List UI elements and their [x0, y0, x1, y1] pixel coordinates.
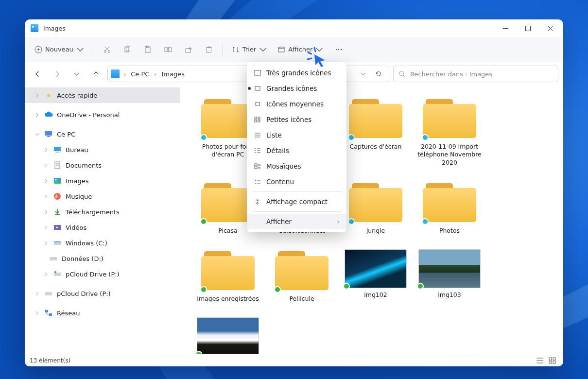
tiles-icon — [254, 162, 261, 170]
svg-rect-45 — [50, 257, 57, 260]
image-item[interactable]: img104 — [191, 314, 265, 354]
selected-bullet-icon — [248, 87, 251, 90]
menu-separator — [252, 191, 342, 192]
desktop-icon — [53, 145, 62, 154]
video-icon — [53, 223, 62, 232]
chevron-right-icon — [34, 92, 40, 99]
new-button[interactable]: Nouveau — [30, 41, 89, 58]
share-button[interactable] — [179, 41, 198, 58]
navigation-tree: ★ Accès rapide OneDrive - Personal Ce PC… — [25, 86, 180, 354]
image-item[interactable]: img103 — [413, 246, 486, 303]
tree-drive-p[interactable]: pCloud Drive (P:) — [25, 266, 180, 282]
content-area[interactable]: Photos pour fond d'écran PC Captures d'é… — [180, 86, 563, 354]
tree-desktop[interactable]: Bureau — [25, 142, 180, 157]
folder-item[interactable]: Pellicule — [265, 246, 339, 303]
documents-icon — [53, 161, 62, 170]
svg-point-38 — [55, 179, 57, 181]
svg-point-73 — [255, 180, 256, 181]
drive-icon — [53, 270, 62, 278]
svg-point-28 — [399, 71, 404, 76]
tree-music[interactable]: Musique — [25, 189, 180, 204]
folder-item[interactable]: Captures d'écran — [339, 94, 413, 167]
sort-icon — [232, 46, 240, 53]
cloud-icon — [44, 110, 53, 119]
chevron-down-icon — [315, 46, 323, 53]
folder-item[interactable]: Images enregistrées — [191, 246, 265, 303]
more-button[interactable] — [329, 41, 348, 58]
cut-button[interactable] — [97, 41, 117, 58]
tree-network[interactable]: Réseau — [25, 305, 180, 321]
menu-small-icons[interactable]: Petites icônes — [247, 112, 346, 127]
sort-button[interactable]: Trier — [227, 41, 272, 58]
menu-list[interactable]: Liste — [247, 127, 346, 143]
nav-recent-button[interactable] — [69, 66, 84, 82]
drive-icon — [44, 289, 53, 298]
svg-rect-57 — [258, 120, 260, 122]
svg-rect-1 — [525, 26, 530, 31]
image-item[interactable]: img102 — [339, 246, 413, 303]
menu-tiles[interactable]: Mosaïques — [247, 158, 346, 174]
tree-videos[interactable]: Vidéos — [25, 220, 180, 235]
menu-compact[interactable]: Affichage compact — [247, 194, 346, 209]
refresh-button[interactable] — [371, 67, 386, 81]
folder-item[interactable]: 2020-11-09 Import téléphone Novembre 202… — [413, 94, 486, 167]
item-count: 13 élément(s) — [30, 357, 70, 364]
clipboard-icon — [144, 46, 152, 53]
svg-rect-44 — [54, 241, 61, 242]
view-button[interactable]: Afficher — [273, 41, 328, 58]
tree-drive-c[interactable]: Windows (C:) — [25, 235, 180, 251]
thumbnails-view-toggle[interactable] — [547, 356, 558, 365]
copy-icon — [123, 46, 131, 53]
svg-rect-84 — [553, 358, 555, 360]
tree-images[interactable]: Images — [25, 173, 180, 189]
menu-large-icons[interactable]: Grandes icônes — [247, 81, 346, 96]
search-input[interactable]: Rechercher dans : Images — [393, 66, 558, 82]
rename-icon — [164, 46, 172, 53]
delete-button[interactable] — [199, 41, 219, 58]
chevron-right-icon — [34, 111, 40, 118]
menu-very-large-icons[interactable]: Très grandes icônes — [247, 65, 346, 81]
menu-content[interactable]: Contenu — [247, 174, 346, 190]
status-bar: 13 élément(s) — [25, 354, 563, 366]
svg-rect-48 — [45, 292, 52, 295]
nav-back-button[interactable] — [30, 66, 45, 82]
drive-icon — [53, 239, 62, 247]
svg-rect-30 — [45, 131, 52, 136]
rename-button[interactable] — [158, 41, 178, 58]
folder-item[interactable]: Jungle — [339, 178, 413, 235]
svg-rect-86 — [553, 361, 555, 363]
scissors-icon — [103, 46, 111, 53]
minimize-button[interactable] — [494, 20, 517, 36]
maximize-button[interactable] — [517, 20, 539, 36]
copy-button[interactable] — [118, 41, 137, 58]
menu-show-submenu[interactable]: Afficher› — [247, 214, 346, 229]
tree-pcloud-root[interactable]: pCloud Drive (P:) — [25, 286, 180, 301]
folder-item[interactable]: Photos — [413, 178, 486, 235]
download-icon — [53, 207, 62, 216]
breadcrumb-segment[interactable]: Images — [159, 69, 188, 80]
menu-medium-icons[interactable]: Icônes moyennes — [247, 96, 346, 112]
details-view-toggle[interactable] — [534, 356, 546, 365]
separator — [93, 43, 93, 56]
search-icon — [398, 70, 405, 77]
pictures-icon — [53, 176, 62, 185]
svg-rect-67 — [255, 164, 257, 166]
nav-forward-button[interactable] — [49, 66, 65, 82]
nav-up-button[interactable] — [88, 66, 104, 82]
tree-downloads[interactable]: Téléchargements — [25, 204, 180, 220]
close-button[interactable] — [539, 20, 561, 36]
details-icon — [254, 147, 261, 155]
paste-button[interactable] — [138, 41, 157, 58]
tree-documents[interactable]: Documents — [25, 157, 180, 173]
window-title: Images — [43, 25, 66, 32]
very-large-icons-icon — [254, 69, 261, 77]
tree-drive-d[interactable]: Données (D:) — [25, 251, 180, 266]
breadcrumb-segment[interactable]: Ce PC — [128, 69, 152, 80]
address-history-button[interactable] — [356, 67, 370, 81]
titlebar[interactable]: Images — [25, 19, 563, 37]
tree-quick-access[interactable]: ★ Accès rapide — [25, 87, 180, 103]
tree-onedrive[interactable]: OneDrive - Personal — [25, 107, 180, 122]
menu-details[interactable]: Détails — [247, 143, 346, 158]
trash-icon — [205, 46, 213, 53]
tree-this-pc[interactable]: Ce PC — [25, 126, 180, 142]
